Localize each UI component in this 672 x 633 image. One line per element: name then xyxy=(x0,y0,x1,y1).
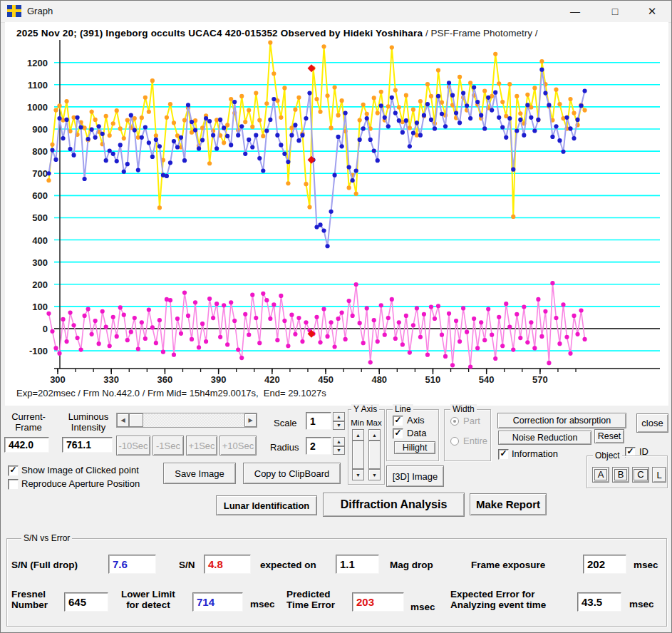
svg-text:700: 700 xyxy=(32,168,48,179)
close-window-button[interactable]: ✕ xyxy=(636,1,668,22)
frame-exposure-field[interactable]: 202 xyxy=(583,555,626,574)
object-a-label: A xyxy=(594,469,608,480)
object-b-button[interactable]: B xyxy=(612,467,629,483)
object-c-button[interactable]: C xyxy=(632,467,649,483)
scale-label: Scale xyxy=(274,418,297,428)
lunar-identification-button[interactable]: Lunar Identification xyxy=(216,495,317,515)
radius-up-icon[interactable]: ▲ xyxy=(333,437,345,446)
minus-10sec-button[interactable]: -10Sec xyxy=(116,436,150,456)
frame-scrollbar[interactable]: ◀ ▶ xyxy=(116,413,257,428)
fresnel-number-field[interactable]: 645 xyxy=(64,592,108,612)
reset-button[interactable]: Reset xyxy=(594,429,624,443)
svg-text:-100: -100 xyxy=(29,346,48,356)
show-image-checkbox[interactable]: ✓ xyxy=(8,465,19,476)
lower-limit-label: Lower Limit for detect xyxy=(121,589,175,610)
svg-text:400: 400 xyxy=(32,235,48,246)
scroll-right-icon[interactable]: ▶ xyxy=(244,413,257,427)
current-frame-field[interactable]: 442.0 xyxy=(4,437,49,453)
predicted-time-error-field[interactable]: 203 xyxy=(352,592,404,612)
data-checkbox[interactable]: ✓ xyxy=(393,428,403,439)
object-c-label: C xyxy=(634,469,647,480)
expected-error-field[interactable]: 43.5 xyxy=(577,592,621,612)
svg-text:100: 100 xyxy=(32,302,48,312)
object-a-button[interactable]: A xyxy=(592,467,609,483)
information-checkbox[interactable]: ✓ xyxy=(498,449,509,460)
axis-label: Axis xyxy=(407,415,425,426)
min-max-label: Min Max xyxy=(348,418,384,427)
y-min-down-icon[interactable]: ▼ xyxy=(352,469,364,480)
svg-text:300: 300 xyxy=(50,374,66,384)
sn-label: S/N xyxy=(179,560,195,570)
app-icon xyxy=(7,5,21,17)
y-min-track[interactable] xyxy=(352,441,364,469)
graph-window: Graph — □ ✕ 2025 Nov 20; (391) Ingeborg … xyxy=(0,0,672,633)
svg-text:1200: 1200 xyxy=(27,58,48,68)
make-report-button[interactable]: Make Report xyxy=(470,493,547,515)
mag-drop-field[interactable]: 1.1 xyxy=(336,555,379,574)
svg-text:800: 800 xyxy=(32,146,48,157)
maximize-button[interactable]: □ xyxy=(599,1,631,22)
expected-error-unit: msec xyxy=(629,599,654,609)
frame-info-line: Exp=202msec / Frm No.442.0 / Frm Mid= 15… xyxy=(16,388,326,398)
plus-10sec-button[interactable]: +10Sec xyxy=(219,436,257,456)
lower-limit-field[interactable]: 714 xyxy=(192,592,243,612)
current-frame-label: Current- Frame xyxy=(5,411,52,433)
correction-absorption-button[interactable]: Correction for absorption xyxy=(497,413,626,428)
line-group: Line ✓ Axis ✓ Data Hilight xyxy=(386,409,439,461)
entire-label: Entire xyxy=(463,436,487,446)
svg-text:450: 450 xyxy=(318,374,334,384)
save-image-button[interactable]: Save Image xyxy=(163,463,236,484)
svg-text:1000: 1000 xyxy=(27,102,48,113)
y-max-down-icon[interactable]: ▼ xyxy=(368,469,381,480)
object-l-button[interactable]: L xyxy=(652,467,666,483)
y-max-track[interactable] xyxy=(368,441,381,469)
hilight-button[interactable]: Hilight xyxy=(394,441,435,454)
object-group: Object A B C L xyxy=(586,456,668,488)
data-label: Data xyxy=(407,428,426,438)
frame-exposure-label: Frame exposure xyxy=(471,560,545,570)
radius-field[interactable]: 2 xyxy=(306,437,331,455)
scale-field[interactable]: 1 xyxy=(306,412,331,430)
minimize-button[interactable]: — xyxy=(559,1,591,22)
sn-field[interactable]: 4.8 xyxy=(204,555,251,574)
entire-radio[interactable] xyxy=(450,437,459,446)
y-max-spinner[interactable]: ▲ ▼ xyxy=(368,429,381,480)
y-max-up-icon[interactable]: ▲ xyxy=(368,429,381,441)
svg-text:360: 360 xyxy=(157,374,173,384)
scrollbar-thumb[interactable] xyxy=(129,413,143,427)
radius-spinner[interactable]: ▲ ▼ xyxy=(333,437,345,455)
y-min-spinner[interactable]: ▲ ▼ xyxy=(352,429,364,480)
diffraction-analysis-button[interactable]: Diffraction Analysis xyxy=(323,493,465,517)
photometry-chart[interactable]: 1200110010009008007006005004003002001000… xyxy=(6,24,667,384)
minus-1sec-button[interactable]: -1Sec xyxy=(153,436,184,456)
plus-1sec-button[interactable]: +1Sec xyxy=(186,436,217,456)
frame-exposure-unit: msec xyxy=(634,560,658,570)
scale-up-icon[interactable]: ▲ xyxy=(333,412,345,421)
y-min-up-icon[interactable]: ▲ xyxy=(352,429,364,441)
y-axis-group: Y Axis Min Max ▲ ▼ ▲ ▼ xyxy=(348,409,385,485)
object-group-label: Object xyxy=(593,451,622,460)
sn-group-label: S/N vs Error xyxy=(21,533,72,543)
y-axis-group-label: Y Axis xyxy=(351,404,379,414)
sn-full-drop-field[interactable]: 7.6 xyxy=(108,555,156,574)
noise-reduction-button[interactable]: Noise Reduction xyxy=(498,431,591,445)
svg-text:600: 600 xyxy=(32,190,48,201)
copy-to-clipboard-button[interactable]: Copy to ClipBoard xyxy=(243,463,341,484)
scale-down-icon[interactable]: ▼ xyxy=(333,421,345,431)
lower-limit-unit: msec xyxy=(250,599,275,609)
part-radio[interactable] xyxy=(450,417,459,426)
scroll-left-icon[interactable]: ◀ xyxy=(117,413,129,427)
scale-spinner[interactable]: ▲ ▼ xyxy=(333,412,345,430)
radius-down-icon[interactable]: ▼ xyxy=(333,446,345,456)
scrollbar-track[interactable] xyxy=(143,413,244,427)
reproduce-aperture-checkbox[interactable] xyxy=(8,479,19,490)
show-image-label: Show Image of Clicked point xyxy=(21,465,139,475)
object-b-label: B xyxy=(614,469,628,480)
svg-text:200: 200 xyxy=(32,279,48,290)
3d-image-button[interactable]: [3D] Image xyxy=(386,465,444,487)
information-label: Information xyxy=(512,448,558,459)
fresnel-number-label: Fresnel Number xyxy=(11,589,48,610)
axis-checkbox[interactable]: ✓ xyxy=(393,416,403,426)
luminous-intensity-field[interactable]: 761.1 xyxy=(62,437,113,453)
close-button[interactable]: close xyxy=(636,413,668,433)
